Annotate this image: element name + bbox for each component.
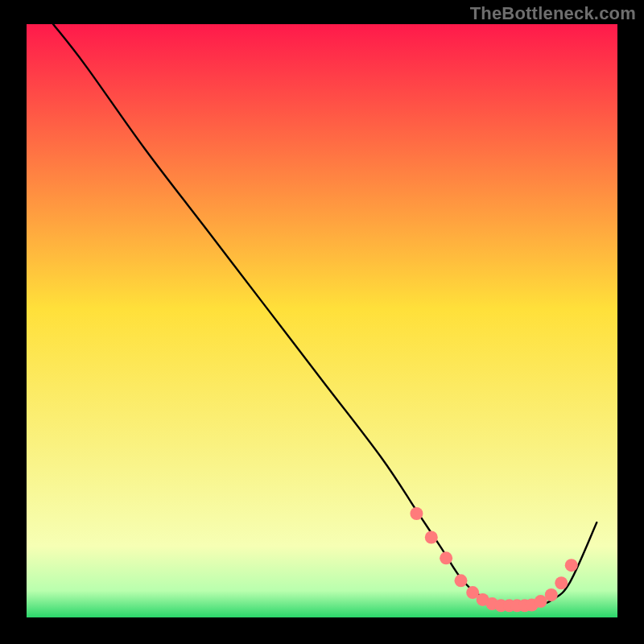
highlight-dot: [535, 595, 547, 608]
highlight-dot: [555, 576, 568, 589]
chart-frame: TheBottleneck.com: [0, 0, 644, 644]
highlight-dot: [440, 551, 452, 564]
highlight-dot: [425, 531, 438, 544]
highlight-dot: [410, 507, 423, 520]
highlight-dot: [545, 588, 558, 601]
highlight-dot: [454, 574, 467, 587]
bottleneck-chart: [0, 0, 644, 644]
highlight-dot: [565, 559, 578, 572]
plot-background: [27, 24, 617, 617]
